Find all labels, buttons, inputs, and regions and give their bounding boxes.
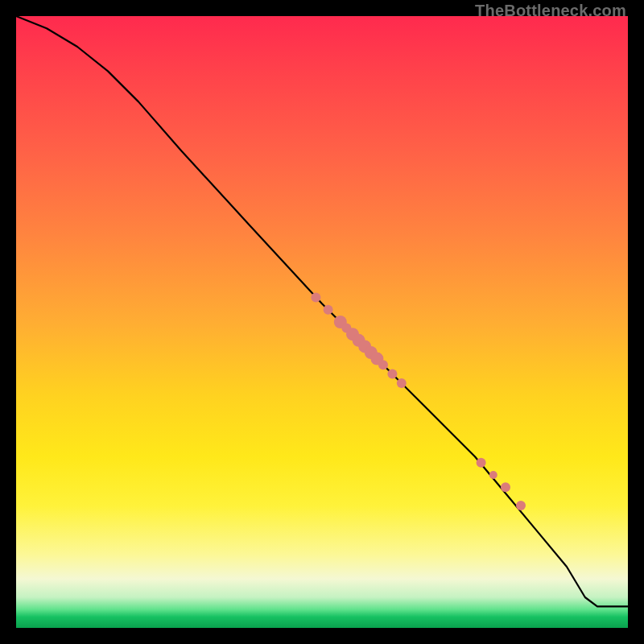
curve-path [16, 16, 628, 606]
data-point [397, 378, 407, 388]
data-point [378, 360, 388, 369]
data-point [477, 458, 486, 468]
data-point [501, 482, 510, 492]
plot-area [16, 16, 628, 628]
dots-group [311, 293, 526, 510]
data-point [324, 305, 333, 315]
data-point [311, 293, 320, 303]
data-point [516, 501, 526, 510]
chart-frame: TheBottleneck.com [0, 0, 644, 644]
data-point [387, 369, 397, 379]
data-point [489, 471, 497, 479]
chart-overlay [16, 16, 628, 628]
